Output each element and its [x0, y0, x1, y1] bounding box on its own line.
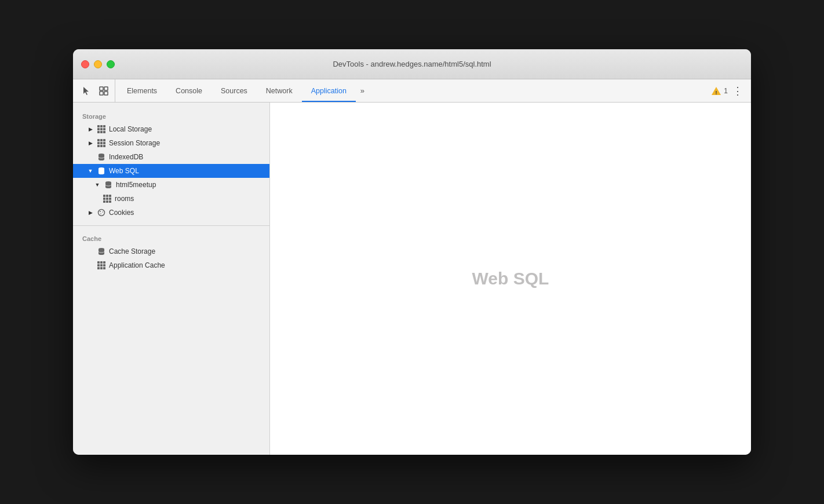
- svg-point-12: [102, 211, 103, 213]
- chevron-down-icon: ▼: [87, 167, 94, 174]
- database-icon: [104, 181, 112, 189]
- sidebar-item-application-cache[interactable]: ▶ Application Cache: [73, 258, 269, 272]
- traffic-lights: [81, 60, 115, 68]
- sidebar-item-cache-storage[interactable]: ▶ Cache Storage: [73, 244, 269, 258]
- sidebar-item-web-sql[interactable]: ▼ Web SQL: [73, 164, 269, 178]
- fullscreen-button[interactable]: [107, 60, 115, 68]
- devtools-window: DevTools - andrew.hedges.name/html5/sql.…: [73, 49, 751, 455]
- cursor-icon[interactable]: [80, 85, 93, 97]
- storage-section-label: Storage: [73, 109, 269, 122]
- rooms-label: rooms: [115, 195, 134, 203]
- table-icon: [103, 195, 111, 203]
- toolbar: Elements Console Sources Network Applica…: [73, 79, 751, 103]
- grid-icon: [97, 261, 105, 269]
- tab-more[interactable]: »: [356, 79, 369, 102]
- web-sql-label: Web SQL: [109, 167, 139, 175]
- sidebar-item-html5meetup[interactable]: ▼ html5meetup: [73, 178, 269, 192]
- toolbar-right: ! 1 ⋮: [705, 79, 749, 102]
- chevron-down-icon: ▼: [94, 181, 101, 188]
- svg-point-10: [99, 210, 105, 216]
- svg-rect-3: [104, 92, 108, 95]
- tab-elements[interactable]: Elements: [118, 79, 166, 102]
- database-icon: [97, 247, 105, 255]
- tab-sources[interactable]: Sources: [212, 79, 257, 102]
- chevron-right-icon: ▶: [87, 140, 94, 147]
- tab-application[interactable]: Application: [302, 79, 356, 102]
- svg-point-13: [100, 213, 101, 214]
- grid-icon: [97, 139, 105, 147]
- svg-rect-1: [104, 87, 108, 90]
- svg-point-11: [100, 211, 101, 212]
- svg-rect-2: [100, 92, 103, 95]
- database-icon: [97, 153, 105, 161]
- database-icon: [97, 167, 105, 175]
- application-cache-label: Application Cache: [109, 261, 165, 269]
- indexeddb-label: IndexedDB: [109, 153, 143, 161]
- close-button[interactable]: [81, 60, 89, 68]
- svg-rect-0: [100, 87, 103, 90]
- sidebar-item-rooms[interactable]: rooms: [73, 192, 269, 206]
- sidebar-item-local-storage[interactable]: ▶ Local Storage: [73, 122, 269, 136]
- toolbar-icon-group: [75, 79, 115, 102]
- menu-button[interactable]: ⋮: [732, 85, 743, 97]
- sidebar: Storage ▶ Local Storage ▶: [73, 103, 270, 455]
- local-storage-label: Local Storage: [109, 125, 152, 133]
- chevron-right-icon: ▶: [87, 126, 94, 133]
- tab-nav: Elements Console Sources Network Applica…: [118, 79, 705, 102]
- main-panel: Web SQL: [270, 103, 751, 455]
- sidebar-item-indexeddb[interactable]: ▶ IndexedDB: [73, 150, 269, 164]
- sidebar-divider: [73, 225, 269, 226]
- main-content: Storage ▶ Local Storage ▶: [73, 103, 751, 455]
- titlebar: DevTools - andrew.hedges.name/html5/sql.…: [73, 49, 751, 79]
- main-placeholder: Web SQL: [472, 269, 549, 288]
- tab-console[interactable]: Console: [166, 79, 212, 102]
- cookies-label: Cookies: [109, 209, 134, 217]
- inspect-icon[interactable]: [97, 85, 110, 97]
- svg-text:!: !: [716, 89, 717, 95]
- sidebar-item-cookies[interactable]: ▶ Cookies: [73, 206, 269, 220]
- cache-storage-label: Cache Storage: [109, 247, 155, 255]
- sidebar-item-session-storage[interactable]: ▶ Session Storage: [73, 136, 269, 150]
- session-storage-label: Session Storage: [109, 139, 160, 147]
- tab-network[interactable]: Network: [257, 79, 302, 102]
- cache-section-label: Cache: [73, 232, 269, 244]
- grid-icon: [97, 125, 105, 133]
- html5meetup-label: html5meetup: [116, 181, 156, 189]
- chevron-right-icon: ▶: [87, 209, 94, 216]
- window-title: DevTools - andrew.hedges.name/html5/sql.…: [333, 60, 491, 68]
- minimize-button[interactable]: [94, 60, 102, 68]
- cookie-icon: [97, 209, 105, 217]
- warning-badge[interactable]: ! 1: [711, 86, 728, 96]
